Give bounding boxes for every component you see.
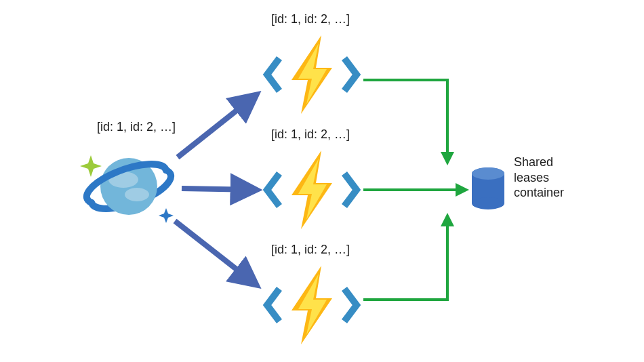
database-icon (472, 167, 504, 209)
arrow-fn1-to-db (363, 80, 447, 163)
fn2-data-label: [id: 1, id: 2, …] (271, 127, 350, 142)
azure-function-icon (267, 150, 357, 229)
database-label: Sharedleasescontainer (514, 155, 564, 201)
arrow-source-to-fn2 (182, 188, 256, 190)
fn3-data-label: [id: 1, id: 2, …] (271, 243, 350, 257)
arrow-fn3-to-db (363, 216, 447, 300)
fn1-data-label: [id: 1, id: 2, …] (271, 12, 350, 26)
source-data-label: [id: 1, id: 2, …] (97, 120, 176, 134)
azure-function-icon (267, 266, 357, 344)
arrow-source-to-fn3 (175, 221, 256, 285)
azure-function-icon (267, 35, 357, 114)
cosmos-db-icon (80, 155, 174, 223)
arrow-source-to-fn1 (178, 95, 256, 157)
